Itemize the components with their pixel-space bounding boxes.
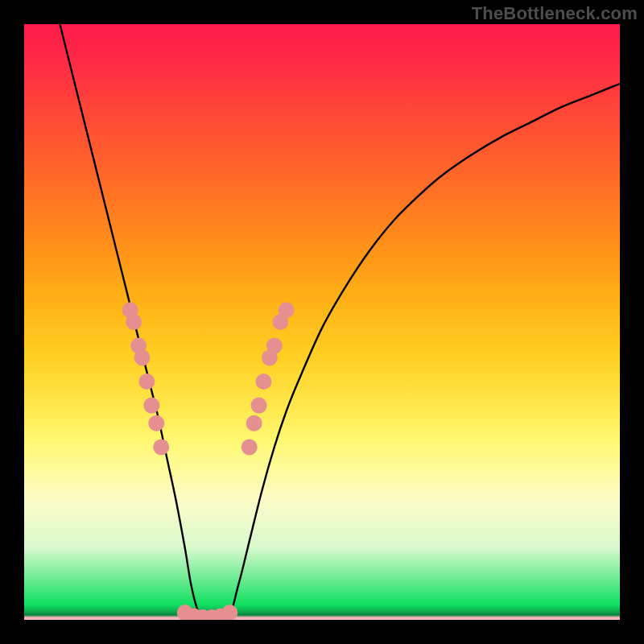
marker-dot (279, 302, 295, 318)
watermark-label: TheBottleneck.com (472, 3, 638, 24)
marker-dot (255, 374, 271, 390)
marker-dot (134, 349, 151, 365)
marker-dot (148, 415, 164, 431)
marker-dots (122, 302, 295, 620)
marker-dot (251, 398, 267, 414)
chart-svg (24, 24, 620, 620)
marker-dot (138, 374, 155, 390)
marker-dot (266, 338, 283, 354)
plot-area (24, 24, 620, 620)
curve-line (60, 24, 620, 620)
chart-frame: TheBottleneck.com (0, 0, 644, 644)
marker-dot (221, 605, 237, 620)
marker-dot (143, 398, 159, 414)
marker-dot (126, 314, 142, 330)
marker-dot (246, 415, 262, 431)
marker-dot (242, 439, 258, 455)
marker-dot (153, 439, 169, 455)
